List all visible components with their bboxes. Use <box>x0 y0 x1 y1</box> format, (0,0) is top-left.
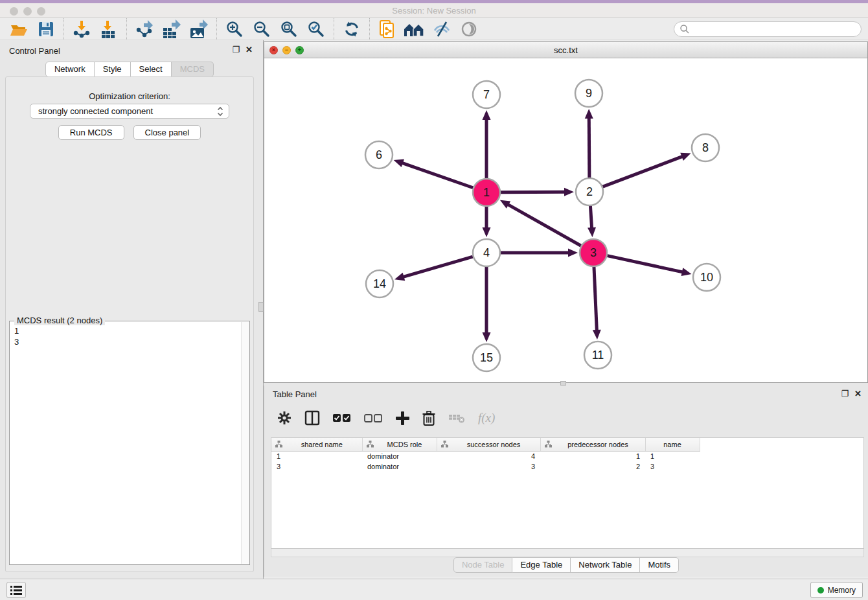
network-canvas[interactable]: 7968124314101511 <box>264 58 867 382</box>
mcds-result-list[interactable]: 1 3 <box>10 324 240 564</box>
delete-columns-button[interactable] <box>422 408 435 428</box>
table-cell[interactable]: 3 <box>437 461 540 472</box>
graph-edge-3-11[interactable] <box>594 267 597 331</box>
graph-node-label-14: 14 <box>373 277 386 290</box>
tab-select[interactable]: Select <box>131 62 172 77</box>
import-table-button[interactable] <box>95 19 122 40</box>
export-network-button[interactable] <box>131 19 158 40</box>
close-table-panel-icon[interactable]: ✕ <box>854 389 862 398</box>
graph-edge-arrow <box>593 330 601 340</box>
tab-mcds[interactable]: MCDS <box>172 62 214 77</box>
splitter-grip[interactable] <box>258 302 264 312</box>
apply-layout-button[interactable] <box>338 19 365 40</box>
table-cell[interactable]: 4 <box>437 451 540 461</box>
graph-node-label-15: 15 <box>480 351 493 364</box>
result-scrollbar[interactable] <box>241 322 249 564</box>
zoom-out-button[interactable] <box>248 19 275 40</box>
graph-edge-3-10[interactable] <box>607 256 683 272</box>
show-columns-button[interactable] <box>304 408 320 428</box>
float-table-panel-icon[interactable]: ❐ <box>841 389 849 398</box>
graph-edge-arrow <box>394 159 404 167</box>
delete-table-icon <box>448 412 465 424</box>
memory-label: Memory <box>828 586 856 595</box>
export-table-button[interactable] <box>158 19 185 40</box>
clone-network-button[interactable] <box>374 19 401 40</box>
tab-node-table[interactable]: Node Table <box>453 557 513 573</box>
column-header-predecessor-nodes[interactable]: predecessor nodes <box>540 438 645 451</box>
show-all-button[interactable] <box>455 19 483 40</box>
graph-edge-2-9[interactable] <box>589 117 589 178</box>
first-neighbors-button[interactable] <box>401 19 428 40</box>
export-image-icon <box>188 19 209 39</box>
search-input[interactable] <box>674 21 862 37</box>
save-session-button[interactable] <box>32 19 60 40</box>
column-label: name <box>650 441 696 448</box>
export-image-button[interactable] <box>185 19 212 40</box>
graph-edge-arrow <box>564 188 574 196</box>
open-folder-icon <box>9 21 29 38</box>
houses-icon <box>403 21 426 38</box>
select-all-columns-button[interactable] <box>333 408 351 428</box>
float-panel-icon[interactable]: ❐ <box>232 45 240 54</box>
hide-selected-button[interactable] <box>428 19 455 40</box>
table-cell[interactable]: 3 <box>645 461 700 472</box>
import-network-button[interactable] <box>68 19 95 40</box>
close-panel-button[interactable]: Close panel <box>133 125 201 140</box>
column-header-shared-name[interactable]: shared name <box>271 438 362 451</box>
table-cell[interactable]: 2 <box>540 461 645 472</box>
run-mcds-button[interactable]: Run MCDS <box>58 125 124 140</box>
create-column-button[interactable] <box>395 408 409 428</box>
table-row[interactable]: 3dominator323 <box>271 461 700 472</box>
column-header-name[interactable]: name <box>645 438 700 451</box>
close-panel-icon[interactable]: ✕ <box>246 45 253 54</box>
tab-edge-table[interactable]: Edge Table <box>512 557 571 573</box>
table-row[interactable]: 1dominator411 <box>271 451 700 461</box>
column-label: MCDS role <box>377 441 433 448</box>
toolbar-separator <box>126 18 127 40</box>
deselect-all-columns-button[interactable] <box>364 408 382 428</box>
mcds-result-box: MCDS result (2 nodes) 1 3 <box>9 321 250 565</box>
table-toolbar: f(x) <box>277 407 495 429</box>
zoom-in-button[interactable] <box>221 19 248 40</box>
table-cell[interactable]: dominator <box>362 461 437 472</box>
delete-table-button[interactable] <box>448 408 465 428</box>
panel-splitter[interactable] <box>259 40 264 579</box>
fx-icon: f(x) <box>478 411 495 425</box>
graph-edge-2-3[interactable] <box>590 206 591 229</box>
graph-edge-3-1[interactable] <box>507 204 581 246</box>
network-window-titlebar[interactable]: × − + scc.txt <box>264 42 867 58</box>
tab-network-table[interactable]: Network Table <box>571 557 640 573</box>
node-table-body: 1dominator4113dominator323 <box>271 451 700 472</box>
table-cell[interactable]: 3 <box>271 461 362 472</box>
selected-criterion: strongly connected component <box>38 106 217 116</box>
zoom-fit-button[interactable] <box>275 19 303 40</box>
table-cell[interactable]: 1 <box>645 451 700 461</box>
tab-network[interactable]: Network <box>45 62 95 77</box>
app-titlebar[interactable]: Session: New Session <box>0 3 868 18</box>
graph-node-label-4: 4 <box>483 246 490 259</box>
table-cell[interactable]: 1 <box>540 451 645 461</box>
memory-button[interactable]: Memory <box>810 582 863 598</box>
column-header-successor-nodes[interactable]: successor nodes <box>437 438 540 451</box>
open-session-button[interactable] <box>5 19 32 40</box>
tab-motifs[interactable]: Motifs <box>640 557 679 573</box>
graph-edge-4-14[interactable] <box>403 257 473 277</box>
table-cell[interactable]: dominator <box>362 451 437 461</box>
graph-edge-1-6[interactable] <box>402 163 473 188</box>
column-tree-icon <box>545 441 552 448</box>
table-cell[interactable]: 1 <box>271 451 362 461</box>
task-history-button[interactable] <box>6 582 26 598</box>
horizontal-splitter-grip[interactable] <box>560 381 566 386</box>
tab-style[interactable]: Style <box>95 62 131 77</box>
graph-node-label-8: 8 <box>702 141 709 154</box>
graph-node-label-10: 10 <box>700 271 713 284</box>
table-options-button[interactable] <box>277 408 291 428</box>
optimization-criterion-select[interactable]: strongly connected component <box>30 104 229 119</box>
table-hscrollbar[interactable] <box>271 549 864 557</box>
graph-edge-2-8[interactable] <box>603 156 683 187</box>
function-builder-button[interactable]: f(x) <box>478 408 495 428</box>
graph-edge-1-2[interactable] <box>501 192 565 192</box>
node-table[interactable]: shared nameMCDS rolesuccessor nodesprede… <box>271 437 864 549</box>
zoom-selected-button[interactable] <box>303 19 330 40</box>
column-header-MCDS-role[interactable]: MCDS role <box>362 438 437 451</box>
